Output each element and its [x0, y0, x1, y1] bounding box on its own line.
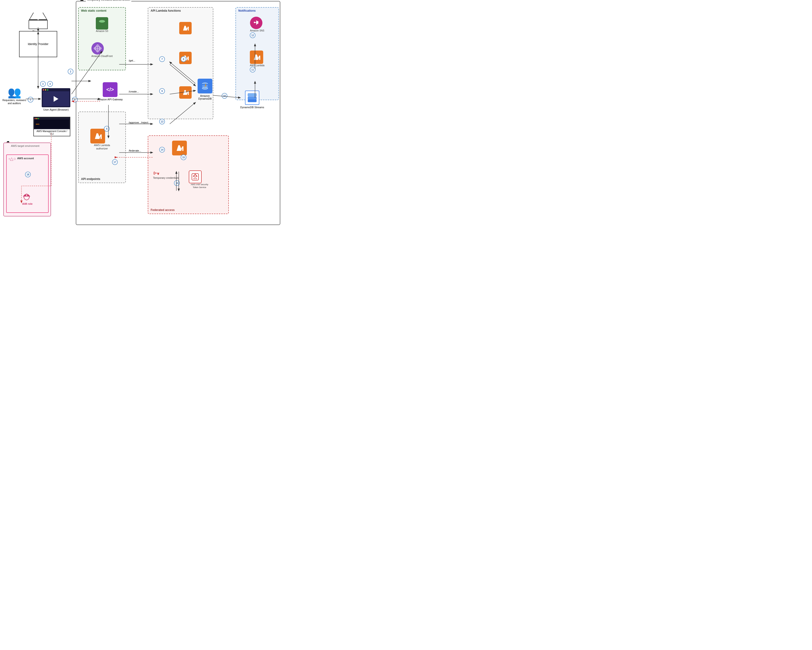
notifications-label: Notifications [238, 9, 256, 12]
aws-account-box: ▫△○ AWS account ⛑ IAM role [6, 154, 49, 213]
step-5-circle: 5 [72, 97, 78, 102]
lambda-1-icon [179, 22, 192, 34]
aws-account-label: AWS account [17, 157, 34, 160]
lambda-3-service [179, 86, 192, 99]
step-1-circle: 1 [27, 97, 34, 102]
keys-icon: 🗝 [153, 169, 160, 177]
step-3-circle: 3 [40, 81, 46, 87]
sns-icon [250, 17, 263, 29]
approve-endpoint-label: /approve.../reject... [129, 121, 150, 124]
lambda-authorizer-service: AWS Lambda authorizer [90, 129, 114, 150]
step-10-circle: 10 [222, 93, 227, 99]
federate-lambda-service [172, 140, 187, 156]
notification-lambda-icon [250, 50, 263, 64]
federated-region: Federated access Temporary credentials 🗝… [148, 136, 229, 214]
aws-target-label: AWS target environment [11, 145, 39, 147]
federate-lambda-icon [172, 140, 187, 156]
api-endpoints-region: API endpoints AWS Lambda authorizer [78, 111, 126, 183]
directory-base [29, 20, 48, 29]
sns-label: Amazon SNS [250, 29, 264, 32]
lambda-3-icon [179, 86, 192, 99]
api-endpoints-label: API endpoints [81, 177, 100, 181]
svg-text:STS: STS [193, 178, 197, 180]
api-gateway-icon: </> [103, 82, 118, 97]
svg-rect-19 [248, 93, 256, 96]
step-9-circle: 9 [159, 88, 165, 94]
api-gateway-label: Amazon API Gateway [97, 98, 123, 101]
account-shapes-icon: ▫△○ [9, 156, 16, 161]
lambda-authorizer-icon [90, 129, 105, 143]
step-14-circle: 14 [159, 147, 165, 153]
target-cloud-icon: ☁ [6, 139, 9, 143]
cloudfront-label: Amazon CloudFront [92, 55, 113, 58]
svg-point-8 [254, 22, 255, 23]
svg-point-1 [99, 20, 105, 23]
api-gateway-service: </> Amazon API Gateway [97, 82, 123, 101]
svg-rect-20 [248, 97, 256, 100]
notifications-region: Notifications Amazon SNS AWS Lambda [235, 7, 279, 100]
notification-lambda-service: AWS Lambda [250, 50, 264, 67]
step-18-circle: 18 [25, 172, 31, 177]
dynamodb-streams-icon [245, 91, 259, 105]
identity-provider-label: Identity Provider [28, 42, 49, 46]
user-agent-label: User-Agent (Browser) [41, 108, 72, 111]
web-static-label: Web static content [81, 9, 106, 12]
svg-text:</>: </> [106, 87, 114, 93]
iam-role-icon: ⛑ [22, 192, 32, 202]
sns-service: Amazon SNS [250, 17, 264, 32]
directory-cutout [30, 6, 46, 19]
requesters-icon: 👥 [2, 86, 26, 99]
cloudfront-icon [92, 42, 104, 55]
s3-icon [96, 17, 108, 29]
broker-label: Temporary elevated access broker [86, 0, 131, 2]
directory-service: Directory [29, 4, 48, 34]
step-13-circle: 13 [159, 119, 165, 124]
requesters-service: 👥 Requesters, reviewers and auditors [2, 86, 26, 105]
dynamodb-streams-label: DynamoDB Streams [240, 106, 264, 109]
aws-mgmt-service: aws AWS Management Console / CLI [34, 117, 70, 136]
step-17-circle: 17 [112, 159, 118, 165]
iam-role-service: ⛑ IAM role [22, 192, 32, 205]
federate-endpoint-label: /federate... [129, 149, 141, 152]
federated-label: Federated access [151, 208, 175, 212]
api-lambda-label: API Lambda functions [151, 9, 181, 12]
broker-cloud-icon: ☁ [80, 0, 84, 2]
identity-provider-box: Identity Provider [19, 31, 57, 57]
dynamodb-label: Amazon DynamoDB [195, 95, 215, 100]
step-4-circle: 4 [47, 81, 53, 87]
api-lambda-region: API Lambda functions [148, 7, 213, 119]
svg-point-17 [202, 87, 208, 89]
dynamodb-icon [198, 79, 212, 93]
aws-mgmt-label: AWS Management Console / CLI [34, 129, 70, 136]
svg-point-18 [202, 85, 208, 87]
create-endpoint-label: /create... [129, 90, 139, 93]
step-2-circle: 2 [68, 69, 73, 74]
step-7-circle: 7 [159, 56, 165, 62]
lambda-authorizer-label: AWS Lambda authorizer [90, 143, 114, 150]
lambda-1-service [179, 22, 192, 34]
s3-service: Amazon S3 [96, 17, 108, 33]
web-static-region: Web static content Amazon S3 [78, 7, 126, 70]
step-15-circle: 15 [181, 154, 186, 160]
dynamodb-service: Amazon DynamoDB [195, 79, 215, 100]
s3-label: Amazon S3 [96, 29, 108, 33]
step-6-circle: 6 [104, 126, 110, 131]
svg-rect-21 [248, 100, 256, 102]
step-16-circle: 16 [174, 180, 180, 186]
user-agent-service: User-Agent (Browser) [41, 88, 72, 111]
step-11-circle: 11 [250, 67, 255, 72]
get-endpoint-label: /get... [129, 59, 135, 62]
sts-service: STS AWS IAM Security Token Service [189, 171, 210, 189]
diagram-container: Temporary elevated access broker ☁ Web s… [0, 0, 286, 229]
browser-icon [42, 88, 70, 107]
sts-label: AWS IAM Security Token Service [189, 183, 210, 189]
iam-role-label: IAM role [22, 202, 32, 205]
step-12-circle: 12 [250, 32, 255, 38]
notification-lambda-label: AWS Lambda [250, 64, 264, 67]
aws-target-region: ☁ AWS target environment ▫△○ AWS account… [3, 142, 51, 217]
step-8-circle: 8 [181, 56, 186, 62]
sts-icon: STS [189, 171, 201, 183]
dynamodb-streams-service: DynamoDB Streams [240, 91, 264, 109]
requesters-label: Requesters, reviewers and auditors [2, 99, 26, 105]
cloudfront-service: Amazon CloudFront [92, 42, 113, 58]
